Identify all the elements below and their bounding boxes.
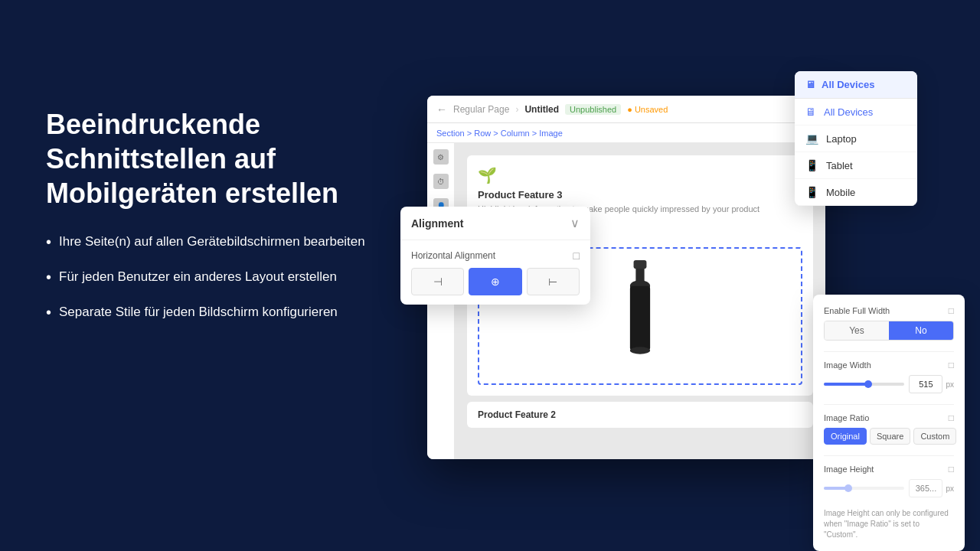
bullet-list: Ihre Seite(n) auf allen Gerätebildschirm…: [46, 232, 383, 322]
sidebar-icon-2[interactable]: ⏱: [433, 174, 449, 189]
device-option-laptop[interactable]: 💻 Laptop: [795, 126, 917, 152]
svg-rect-2: [630, 286, 650, 350]
alignment-label: Horizontal Alignment □: [411, 249, 580, 262]
image-width-slider-fill: [824, 383, 868, 386]
image-width-copy-icon[interactable]: □: [949, 360, 954, 370]
image-height-note: Image Height can only be configured when…: [824, 508, 954, 540]
tablet-icon: 📱: [805, 159, 818, 171]
align-right-button[interactable]: ⊢: [527, 268, 580, 295]
editor-topbar: ← Regular Page › Untitled Unpublished ● …: [427, 96, 825, 123]
image-height-slider[interactable]: [824, 487, 904, 490]
back-button[interactable]: ←: [436, 103, 447, 116]
image-height-slider-thumb: [844, 484, 852, 492]
device-option-mobile-label: Mobile: [826, 187, 855, 198]
align-left-button[interactable]: ⊣: [411, 268, 464, 295]
device-option-laptop-label: Laptop: [826, 133, 857, 145]
left-panel: Beeindruckende Schnittstellen auf Mobilg…: [46, 107, 383, 337]
bullet-item-1: Ihre Seite(n) auf allen Gerätebildschirm…: [46, 232, 383, 252]
image-width-row: Image Width □ px: [824, 360, 954, 393]
all-devices-icon: 🖥: [805, 106, 816, 118]
alignment-header: Alignment ∨: [400, 207, 590, 240]
image-width-slider[interactable]: [824, 383, 904, 386]
alignment-body: Horizontal Alignment □ ⊣ ⊕ ⊢: [400, 240, 590, 305]
image-ratio-row: Image Ratio □ Original Square Custom: [824, 412, 954, 445]
align-center-button[interactable]: ⊕: [469, 268, 521, 295]
device-option-all[interactable]: 🖥 All Devices: [795, 99, 917, 126]
alignment-close-button[interactable]: ∨: [570, 216, 580, 230]
full-width-label: Enable Full Width: [824, 306, 890, 315]
properties-panel: Enable Full Width □ Yes No Image Width □…: [813, 295, 965, 551]
device-option-mobile[interactable]: 📱 Mobile: [795, 179, 917, 206]
image-ratio-label: Image Ratio: [824, 413, 869, 422]
full-width-yes-button[interactable]: Yes: [825, 321, 889, 340]
sidebar-icon-1[interactable]: ⚙: [433, 149, 449, 165]
alignment-dialog: Alignment ∨ Horizontal Alignment □ ⊣ ⊕ ⊢: [400, 207, 590, 305]
device-dropdown: 🖥 All Devices 🖥 All Devices 💻 Laptop 📱 T…: [795, 71, 917, 206]
alignment-title: Alignment: [411, 217, 463, 230]
product-icon: 🌱: [478, 166, 802, 184]
divider-3: [824, 455, 954, 456]
image-width-unit: px: [946, 380, 954, 389]
image-ratio-copy-icon[interactable]: □: [949, 412, 954, 423]
full-width-copy-icon[interactable]: □: [949, 305, 954, 316]
bullet-item-2: Für jeden Benutzer ein anderes Layout er…: [46, 267, 383, 287]
ratio-custom-button[interactable]: Custom: [913, 428, 956, 445]
image-width-label: Image Width: [824, 360, 871, 370]
bottle-svg: [617, 259, 663, 373]
breadcrumb: Section > Row > Column > Image: [427, 123, 825, 143]
bullet-item-3: Separate Stile für jeden Bildschirm konf…: [46, 302, 383, 322]
product-feature-2: Product Feature 2: [467, 402, 813, 428]
unpublished-badge: Unpublished: [565, 104, 621, 115]
device-option-tablet[interactable]: 📱 Tablet: [795, 152, 917, 179]
product-feature-2-title: Product Feature 2: [478, 409, 802, 420]
regular-page-label: Regular Page: [453, 104, 509, 115]
svg-rect-4: [634, 260, 647, 269]
page-title: Untitled: [524, 104, 559, 115]
ratio-square-button[interactable]: Square: [870, 428, 910, 445]
divider-1: [824, 351, 954, 352]
main-heading: Beeindruckende Schnittstellen auf Mobilg…: [46, 107, 383, 210]
laptop-icon: 💻: [805, 132, 818, 145]
product-feature-3-title: Product Feature 3: [478, 189, 802, 201]
ratio-original-button[interactable]: Original: [824, 428, 867, 445]
breadcrumb-text: Section > Row > Column > Image: [436, 129, 563, 138]
image-width-input[interactable]: [909, 375, 942, 393]
image-height-copy-icon[interactable]: □: [949, 464, 954, 474]
monitor-icon: 🖥: [805, 79, 815, 90]
full-width-row: Enable Full Width □ Yes No: [824, 305, 954, 341]
alignment-buttons: ⊣ ⊕ ⊢: [411, 268, 580, 295]
image-height-row: Image Height □ px: [824, 464, 954, 497]
ratio-buttons: Original Square Custom: [824, 428, 954, 445]
image-height-unit: px: [946, 484, 954, 493]
device-dropdown-header[interactable]: 🖥 All Devices: [795, 71, 917, 99]
image-width-slider-thumb: [864, 380, 872, 388]
alignment-copy-icon[interactable]: □: [573, 249, 580, 262]
all-devices-header-label: All Devices: [822, 79, 874, 90]
full-width-no-button[interactable]: No: [889, 321, 953, 340]
mobile-icon: 📱: [805, 186, 818, 198]
divider-2: [824, 404, 954, 405]
svg-point-3: [630, 347, 650, 354]
image-height-label: Image Height: [824, 465, 874, 474]
device-option-tablet-label: Tablet: [826, 160, 853, 171]
image-height-input[interactable]: [909, 479, 942, 497]
full-width-toggle: Yes No: [824, 321, 954, 341]
device-option-all-label: All Devices: [824, 106, 873, 118]
unsaved-badge: ● Unsaved: [627, 105, 668, 114]
